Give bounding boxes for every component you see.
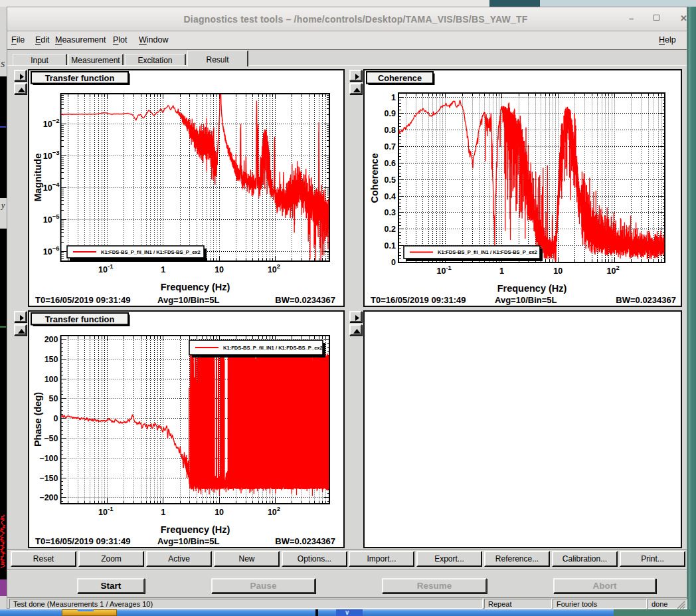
svg-text:K1:FDS-BS_P_fil_IN1 / K1:FDS-B: K1:FDS-BS_P_fil_IN1 / K1:FDS-BS_P_ex2 [438, 249, 537, 255]
svg-text:0.2: 0.2 [385, 225, 396, 234]
svg-text:T0=16/05/2019 09:31:49: T0=16/05/2019 09:31:49 [35, 536, 130, 546]
svg-text:0.9: 0.9 [385, 109, 396, 118]
svg-text:−200: −200 [39, 493, 58, 502]
svg-text:50: 50 [49, 394, 58, 403]
svg-text:0.6: 0.6 [385, 159, 396, 168]
svg-text:0.3: 0.3 [385, 208, 396, 217]
svg-text:200: 200 [44, 335, 58, 344]
svg-text:K1:FDS-BS_P_fil_IN1 / K1:FDS-B: K1:FDS-BS_P_fil_IN1 / K1:FDS-BS_P_ex2 [223, 345, 323, 351]
svg-text:Phase (deg): Phase (deg) [33, 392, 43, 447]
svg-text:0.8: 0.8 [385, 126, 396, 135]
svg-text:Frequency (Hz): Frequency (Hz) [161, 282, 230, 292]
svg-text:Avg=10/Bin=5L: Avg=10/Bin=5L [157, 536, 220, 546]
svg-text:Coherence: Coherence [378, 73, 422, 83]
svg-text:−100: −100 [39, 454, 58, 463]
svg-text:T0=16/05/2019 09:31:49: T0=16/05/2019 09:31:49 [371, 295, 466, 305]
svg-text:100: 100 [44, 375, 58, 384]
svg-text:1: 1 [161, 508, 165, 517]
svg-text:BW=0.0234367: BW=0.0234367 [275, 295, 335, 305]
svg-text:Avg=10/Bin=5L: Avg=10/Bin=5L [157, 295, 220, 305]
svg-text:BW=0.0234367: BW=0.0234367 [616, 295, 676, 305]
svg-text:1: 1 [161, 265, 165, 274]
svg-text:−150: −150 [39, 474, 58, 483]
svg-text:BW=0.0234367: BW=0.0234367 [275, 536, 335, 546]
svg-text:Frequency (Hz): Frequency (Hz) [497, 283, 567, 294]
svg-text:Transfer function: Transfer function [45, 73, 115, 83]
svg-text:10: 10 [215, 508, 224, 517]
svg-text:0: 0 [54, 414, 58, 423]
svg-text:−50: −50 [44, 434, 58, 443]
svg-text:0.5: 0.5 [385, 175, 396, 185]
svg-text:150: 150 [44, 355, 58, 364]
svg-text:0: 0 [391, 258, 396, 267]
svg-text:0.7: 0.7 [385, 142, 396, 152]
svg-text:10: 10 [553, 266, 563, 276]
svg-text:Magnitude: Magnitude [33, 154, 43, 202]
svg-text:1: 1 [499, 266, 504, 276]
svg-text:Coherence: Coherence [369, 154, 380, 203]
svg-text:T0=16/05/2019 09:31:49: T0=16/05/2019 09:31:49 [35, 295, 130, 305]
svg-text:0.1: 0.1 [385, 241, 396, 251]
svg-text:Transfer function: Transfer function [45, 314, 115, 324]
svg-text:Avg=10/Bin=5L: Avg=10/Bin=5L [495, 295, 557, 305]
svg-text:10: 10 [215, 265, 224, 274]
svg-text:0.4: 0.4 [385, 192, 396, 201]
svg-text:1: 1 [391, 93, 396, 102]
svg-text:K1:FDS-BS_P_fil_IN1 / K1:FDS-B: K1:FDS-BS_P_fil_IN1 / K1:FDS-BS_P_ex2 [101, 249, 201, 255]
svg-text:Frequency (Hz): Frequency (Hz) [161, 524, 230, 535]
